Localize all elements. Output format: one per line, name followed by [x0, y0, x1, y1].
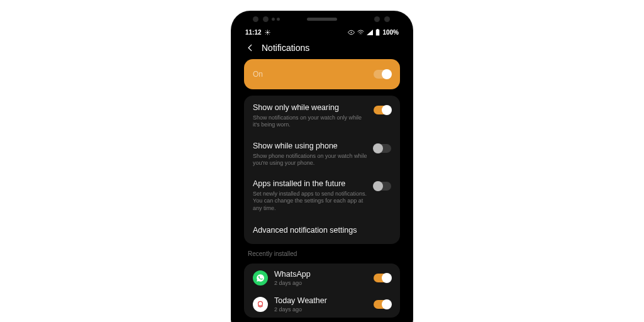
setting-apps-installed-future[interactable]: Apps installed in the future Set newly i… — [244, 173, 400, 218]
today-weather-icon — [253, 297, 268, 312]
status-time: 11:12 — [245, 29, 262, 36]
setting-sub: Set newly installed apps to send notific… — [253, 191, 367, 212]
toggle-switch[interactable] — [374, 300, 391, 309]
phone-frame: 11:12 100% Notifications On — [231, 11, 413, 322]
battery-percent: 100% — [382, 29, 399, 36]
battery-icon — [375, 29, 380, 36]
status-bar: 11:12 100% — [238, 25, 406, 39]
master-toggle-label: On — [253, 70, 263, 79]
app-row-whatsapp[interactable]: WhatsApp 2 days ago — [244, 265, 400, 291]
section-label-recently-installed: Recently installed — [244, 250, 400, 257]
app-name: WhatsApp — [274, 270, 367, 279]
svg-rect-3 — [377, 29, 379, 30]
whatsapp-icon — [253, 270, 268, 286]
master-toggle-card[interactable]: On — [244, 59, 400, 89]
toggle-switch[interactable] — [374, 106, 391, 114]
page-title: Notifications — [262, 43, 309, 53]
svg-point-4 — [258, 301, 263, 306]
setting-title: Apps installed in the future — [253, 179, 367, 189]
wifi-icon — [357, 30, 364, 35]
setting-title: Show while using phone — [253, 142, 367, 151]
toggle-switch[interactable] — [374, 182, 391, 191]
app-sub: 2 days ago — [274, 280, 367, 286]
master-toggle-switch[interactable] — [374, 70, 391, 79]
recently-installed-card: WhatsApp 2 days ago Today Weather 2 days… — [244, 264, 400, 318]
app-bar: Notifications — [238, 39, 406, 59]
setting-title: Show only while wearing — [253, 103, 367, 113]
advanced-notification-settings[interactable]: Advanced notification settings — [244, 218, 400, 243]
toggle-switch[interactable] — [374, 274, 391, 282]
chevron-left-icon — [246, 43, 255, 52]
svg-rect-2 — [376, 30, 380, 35]
phone-notch — [231, 11, 413, 26]
settings-card: Show only while wearing Show notificatio… — [244, 96, 400, 244]
content: On Show only while wearing Show notifica… — [238, 59, 406, 322]
setting-sub: Show notifications on your watch only wh… — [253, 114, 367, 129]
toggle-switch[interactable] — [374, 144, 391, 153]
signal-icon — [367, 30, 373, 35]
screen: 11:12 100% Notifications On — [238, 25, 406, 322]
app-row-today-weather[interactable]: Today Weather 2 days ago — [244, 291, 400, 318]
eye-icon — [348, 30, 355, 35]
svg-point-1 — [351, 31, 352, 33]
back-button[interactable] — [245, 43, 255, 53]
app-name: Today Weather — [274, 296, 367, 305]
setting-sub: Show phone notifications on your watch w… — [253, 153, 367, 167]
app-sub: 2 days ago — [274, 306, 367, 313]
setting-show-while-using-phone[interactable]: Show while using phone Show phone notifi… — [244, 135, 400, 174]
advanced-label: Advanced notification settings — [253, 226, 357, 235]
settings-indicator-icon — [265, 30, 270, 35]
setting-show-only-while-wearing[interactable]: Show only while wearing Show notificatio… — [244, 97, 400, 135]
svg-point-0 — [267, 31, 269, 33]
